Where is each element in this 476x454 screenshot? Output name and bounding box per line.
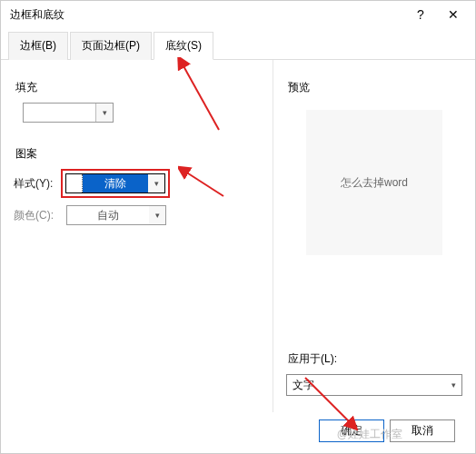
right-panel: 预览 怎么去掉word 应用于(L): 文字 ▾ bbox=[273, 60, 475, 412]
footer: 确定 取消 bbox=[1, 408, 475, 453]
tab-shading[interactable]: 底纹(S) bbox=[154, 32, 213, 60]
pattern-style-preview bbox=[66, 174, 83, 192]
pattern-color-drop[interactable]: ▾ bbox=[149, 206, 165, 224]
titlebar: 边框和底纹 ? ✕ bbox=[1, 1, 475, 28]
pattern-style-drop[interactable]: ▾ bbox=[148, 174, 164, 192]
close-button[interactable]: ✕ bbox=[437, 2, 470, 27]
preview-area: 怎么去掉word bbox=[306, 110, 442, 255]
fill-color-combo[interactable]: ▾ bbox=[23, 103, 114, 123]
chevron-down-icon: ▾ bbox=[155, 211, 160, 220]
apply-to-section: 应用于(L): 文字 ▾ bbox=[286, 348, 462, 396]
preview-label: 预览 bbox=[288, 80, 462, 95]
pattern-color-value: 自动 bbox=[67, 206, 149, 224]
chevron-down-icon: ▾ bbox=[451, 380, 456, 390]
tab-borders[interactable]: 边框(B) bbox=[8, 32, 68, 60]
chevron-down-icon: ▾ bbox=[154, 179, 159, 188]
annotation-highlight-box: 清除 ▾ bbox=[61, 169, 170, 198]
borders-shading-dialog: 边框和底纹 ? ✕ 边框(B) 页面边框(P) 底纹(S) 填充 ▾ 图案 样式… bbox=[0, 0, 476, 454]
ok-button[interactable]: 确定 bbox=[319, 419, 384, 442]
chevron-down-icon: ▾ bbox=[103, 108, 107, 117]
pattern-label: 图案 bbox=[15, 146, 260, 162]
help-button[interactable]: ? bbox=[404, 2, 437, 27]
fill-color-swatch bbox=[24, 104, 96, 122]
apply-to-label: 应用于(L): bbox=[288, 351, 462, 367]
style-label: 样式(Y): bbox=[14, 176, 55, 192]
left-panel: 填充 ▾ 图案 样式(Y): 清除 ▾ 颜色(C): bbox=[1, 60, 273, 412]
cancel-button[interactable]: 取消 bbox=[390, 419, 455, 442]
apply-to-select[interactable]: 文字 ▾ bbox=[286, 374, 462, 396]
pattern-style-combo[interactable]: 清除 ▾ bbox=[65, 173, 165, 193]
tab-strip: 边框(B) 页面边框(P) 底纹(S) bbox=[1, 28, 475, 60]
apply-to-value: 文字 bbox=[293, 378, 314, 393]
dialog-title: 边框和底纹 bbox=[10, 7, 404, 23]
fill-label: 填充 bbox=[15, 80, 260, 95]
preview-text: 怎么去掉word bbox=[341, 175, 408, 191]
pattern-style-value: 清除 bbox=[83, 174, 148, 192]
pattern-color-label: 颜色(C): bbox=[14, 208, 55, 223]
pattern-color-combo[interactable]: 自动 ▾ bbox=[66, 205, 166, 225]
tab-page-borders[interactable]: 页面边框(P) bbox=[70, 32, 152, 60]
fill-color-drop[interactable]: ▾ bbox=[96, 104, 113, 122]
